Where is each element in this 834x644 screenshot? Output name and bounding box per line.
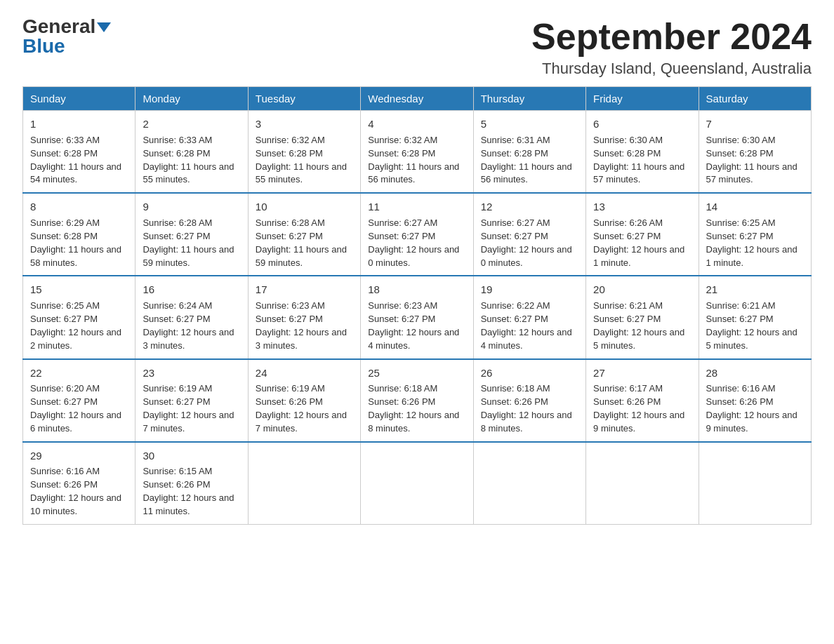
day-number: 15 <box>30 282 128 297</box>
day-number: 20 <box>593 282 691 297</box>
calendar-day-cell: 5Sunrise: 6:31 AMSunset: 6:28 PMDaylight… <box>473 111 585 194</box>
calendar-day-cell: 18Sunrise: 6:23 AMSunset: 6:27 PMDayligh… <box>361 276 473 358</box>
calendar-day-cell <box>586 442 699 525</box>
day-info: Sunrise: 6:32 AMSunset: 6:28 PMDaylight:… <box>256 135 347 185</box>
day-info: Sunrise: 6:21 AMSunset: 6:27 PMDaylight:… <box>706 300 797 351</box>
day-info: Sunrise: 6:29 AMSunset: 6:28 PMDaylight:… <box>30 217 121 268</box>
calendar-day-cell: 30Sunrise: 6:15 AMSunset: 6:26 PMDayligh… <box>135 442 248 525</box>
day-number: 1 <box>30 116 128 132</box>
calendar-day-cell: 9Sunrise: 6:28 AMSunset: 6:27 PMDaylight… <box>135 193 248 276</box>
calendar-day-cell: 16Sunrise: 6:24 AMSunset: 6:27 PMDayligh… <box>135 276 248 358</box>
day-number: 7 <box>706 116 804 132</box>
day-number: 27 <box>593 365 691 381</box>
calendar-day-cell: 3Sunrise: 6:32 AMSunset: 6:28 PMDaylight… <box>248 111 360 194</box>
day-info: Sunrise: 6:33 AMSunset: 6:28 PMDaylight:… <box>30 135 121 185</box>
day-info: Sunrise: 6:17 AMSunset: 6:26 PMDaylight:… <box>593 383 684 434</box>
calendar-day-cell: 25Sunrise: 6:18 AMSunset: 6:26 PMDayligh… <box>361 359 473 442</box>
day-info: Sunrise: 6:32 AMSunset: 6:28 PMDaylight:… <box>368 135 459 185</box>
calendar-day-cell: 29Sunrise: 6:16 AMSunset: 6:26 PMDayligh… <box>23 442 135 525</box>
day-number: 19 <box>481 282 578 297</box>
calendar-day-cell: 23Sunrise: 6:19 AMSunset: 6:27 PMDayligh… <box>135 359 248 442</box>
day-number: 30 <box>143 448 240 464</box>
calendar-day-cell: 26Sunrise: 6:18 AMSunset: 6:26 PMDayligh… <box>473 359 585 442</box>
calendar-day-cell: 24Sunrise: 6:19 AMSunset: 6:26 PMDayligh… <box>248 359 360 442</box>
weekday-header-tuesday: Tuesday <box>248 87 360 111</box>
calendar-day-cell: 10Sunrise: 6:28 AMSunset: 6:27 PMDayligh… <box>248 193 360 276</box>
day-info: Sunrise: 6:16 AMSunset: 6:26 PMDaylight:… <box>706 383 797 434</box>
day-info: Sunrise: 6:22 AMSunset: 6:27 PMDaylight:… <box>481 300 572 351</box>
calendar-day-cell: 19Sunrise: 6:22 AMSunset: 6:27 PMDayligh… <box>473 276 585 358</box>
weekday-header-thursday: Thursday <box>473 87 585 111</box>
calendar-day-cell <box>361 442 473 525</box>
calendar-day-cell: 20Sunrise: 6:21 AMSunset: 6:27 PMDayligh… <box>586 276 699 358</box>
calendar-day-cell <box>473 442 585 525</box>
weekday-header-monday: Monday <box>135 87 248 111</box>
day-info: Sunrise: 6:19 AMSunset: 6:26 PMDaylight:… <box>256 383 347 434</box>
day-number: 9 <box>143 199 240 215</box>
day-info: Sunrise: 6:19 AMSunset: 6:27 PMDaylight:… <box>143 383 234 434</box>
logo-general: General <box>22 17 95 36</box>
calendar-table: SundayMondayTuesdayWednesdayThursdayFrid… <box>22 86 812 525</box>
day-info: Sunrise: 6:18 AMSunset: 6:26 PMDaylight:… <box>481 383 572 434</box>
day-number: 18 <box>368 282 465 297</box>
calendar-day-cell: 13Sunrise: 6:26 AMSunset: 6:27 PMDayligh… <box>586 193 699 276</box>
day-info: Sunrise: 6:28 AMSunset: 6:27 PMDaylight:… <box>256 217 347 268</box>
calendar-day-cell: 4Sunrise: 6:32 AMSunset: 6:28 PMDaylight… <box>361 111 473 194</box>
calendar-day-cell: 17Sunrise: 6:23 AMSunset: 6:27 PMDayligh… <box>248 276 360 358</box>
day-number: 5 <box>481 116 578 132</box>
page-header: General Blue September 2024 Thursday Isl… <box>22 17 812 78</box>
day-number: 29 <box>30 448 128 464</box>
calendar-day-cell: 6Sunrise: 6:30 AMSunset: 6:28 PMDaylight… <box>586 111 699 194</box>
day-number: 14 <box>706 199 804 215</box>
logo-blue: Blue <box>22 36 65 56</box>
calendar-week-row: 22Sunrise: 6:20 AMSunset: 6:27 PMDayligh… <box>23 359 812 442</box>
calendar-title: September 2024 <box>531 17 812 57</box>
calendar-day-cell: 1Sunrise: 6:33 AMSunset: 6:28 PMDaylight… <box>23 111 135 194</box>
calendar-day-cell: 15Sunrise: 6:25 AMSunset: 6:27 PMDayligh… <box>23 276 135 358</box>
day-info: Sunrise: 6:27 AMSunset: 6:27 PMDaylight:… <box>368 217 459 268</box>
day-info: Sunrise: 6:26 AMSunset: 6:27 PMDaylight:… <box>593 217 684 268</box>
day-info: Sunrise: 6:25 AMSunset: 6:27 PMDaylight:… <box>30 300 121 351</box>
calendar-day-cell: 7Sunrise: 6:30 AMSunset: 6:28 PMDaylight… <box>699 111 811 194</box>
day-info: Sunrise: 6:15 AMSunset: 6:26 PMDaylight:… <box>143 466 234 516</box>
weekday-header-row: SundayMondayTuesdayWednesdayThursdayFrid… <box>23 87 812 111</box>
day-number: 16 <box>143 282 240 297</box>
calendar-day-cell: 27Sunrise: 6:17 AMSunset: 6:26 PMDayligh… <box>586 359 699 442</box>
day-number: 17 <box>256 282 353 297</box>
weekday-header-saturday: Saturday <box>699 87 811 111</box>
day-info: Sunrise: 6:20 AMSunset: 6:27 PMDaylight:… <box>30 383 121 434</box>
day-number: 28 <box>706 365 804 381</box>
weekday-header-sunday: Sunday <box>23 87 135 111</box>
day-info: Sunrise: 6:23 AMSunset: 6:27 PMDaylight:… <box>256 300 347 351</box>
day-info: Sunrise: 6:25 AMSunset: 6:27 PMDaylight:… <box>706 217 797 268</box>
calendar-day-cell: 28Sunrise: 6:16 AMSunset: 6:26 PMDayligh… <box>699 359 811 442</box>
calendar-day-cell: 14Sunrise: 6:25 AMSunset: 6:27 PMDayligh… <box>699 193 811 276</box>
day-info: Sunrise: 6:16 AMSunset: 6:26 PMDaylight:… <box>30 466 121 516</box>
logo-triangle-icon <box>97 20 111 34</box>
day-number: 24 <box>256 365 353 381</box>
day-number: 23 <box>143 365 240 381</box>
calendar-day-cell: 8Sunrise: 6:29 AMSunset: 6:28 PMDaylight… <box>23 193 135 276</box>
day-info: Sunrise: 6:27 AMSunset: 6:27 PMDaylight:… <box>481 217 572 268</box>
weekday-header-friday: Friday <box>586 87 699 111</box>
day-number: 2 <box>143 116 240 132</box>
day-info: Sunrise: 6:33 AMSunset: 6:28 PMDaylight:… <box>143 135 234 185</box>
logo: General Blue <box>22 17 111 56</box>
calendar-subtitle: Thursday Island, Queensland, Australia <box>531 60 812 78</box>
day-info: Sunrise: 6:30 AMSunset: 6:28 PMDaylight:… <box>706 135 797 185</box>
calendar-week-row: 15Sunrise: 6:25 AMSunset: 6:27 PMDayligh… <box>23 276 812 358</box>
day-number: 13 <box>593 199 691 215</box>
calendar-day-cell: 12Sunrise: 6:27 AMSunset: 6:27 PMDayligh… <box>473 193 585 276</box>
day-number: 22 <box>30 365 128 381</box>
day-number: 11 <box>368 199 465 215</box>
day-info: Sunrise: 6:28 AMSunset: 6:27 PMDaylight:… <box>143 217 234 268</box>
day-number: 21 <box>706 282 804 297</box>
day-number: 12 <box>481 199 578 215</box>
title-area: September 2024 Thursday Island, Queensla… <box>531 17 812 78</box>
day-number: 6 <box>593 116 691 132</box>
day-info: Sunrise: 6:24 AMSunset: 6:27 PMDaylight:… <box>143 300 234 351</box>
day-info: Sunrise: 6:18 AMSunset: 6:26 PMDaylight:… <box>368 383 459 434</box>
calendar-week-row: 1Sunrise: 6:33 AMSunset: 6:28 PMDaylight… <box>23 111 812 194</box>
day-number: 3 <box>256 116 353 132</box>
calendar-day-cell: 11Sunrise: 6:27 AMSunset: 6:27 PMDayligh… <box>361 193 473 276</box>
